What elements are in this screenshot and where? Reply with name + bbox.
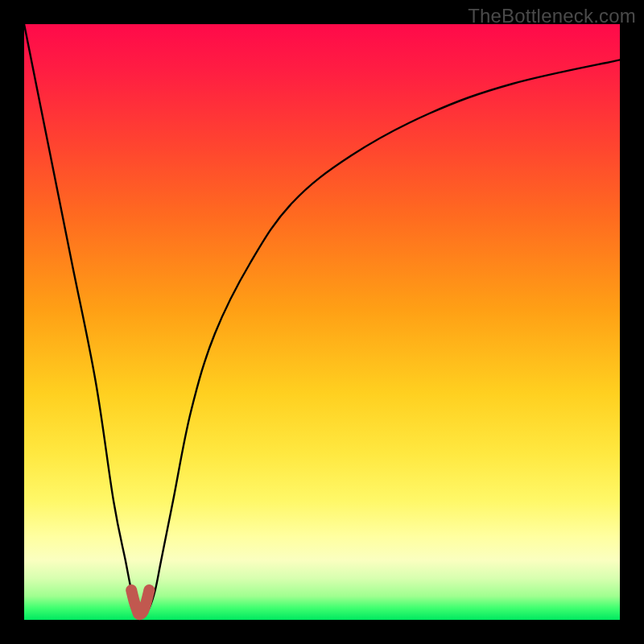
curve-layer — [24, 24, 620, 620]
watermark-text: TheBottleneck.com — [468, 5, 636, 27]
bottleneck-curve — [24, 24, 620, 614]
outer-frame: TheBottleneck.com — [0, 0, 644, 644]
optimal-range-marker — [131, 590, 149, 614]
